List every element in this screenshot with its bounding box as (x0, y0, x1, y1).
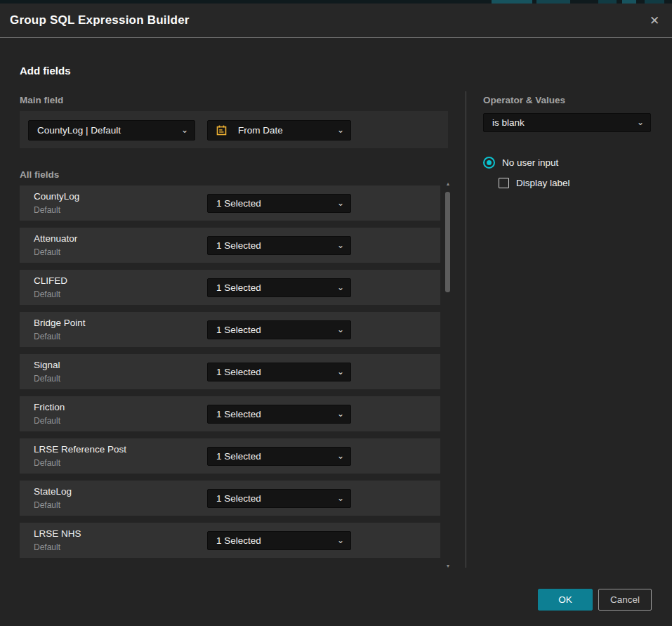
chevron-down-icon: ⌄ (637, 118, 644, 126)
field-row-friction: Friction Default 1 Selected ⌄ (20, 396, 440, 431)
scroll-up-icon[interactable]: ▴ (444, 181, 452, 187)
field-subtitle: Default (34, 416, 60, 426)
operator-value: is blank (492, 117, 525, 128)
selected-count: 1 Selected (216, 198, 261, 209)
display-label-checkbox[interactable]: Display label (499, 178, 570, 188)
add-fields-heading: Add fields (20, 65, 71, 77)
chevron-down-icon: ⌄ (337, 452, 344, 460)
selected-count: 1 Selected (216, 451, 261, 462)
field-selected-dropdown[interactable]: 1 Selected ⌄ (207, 531, 351, 550)
field-subtitle: Default (34, 205, 60, 215)
field-selected-dropdown[interactable]: 1 Selected ⌄ (207, 236, 351, 255)
field-subtitle: Default (34, 542, 60, 552)
field-name: Signal (34, 360, 60, 370)
scroll-down-icon[interactable]: ▾ (444, 563, 452, 569)
field-name: LRSE NHS (34, 528, 81, 539)
display-label-text: Display label (516, 178, 570, 188)
field-selected-dropdown[interactable]: 1 Selected ⌄ (207, 278, 351, 297)
main-field-field-select[interactable]: From Date ⌄ (207, 120, 351, 141)
field-row-clifed: CLIFED Default 1 Selected ⌄ (20, 270, 440, 305)
chevron-down-icon: ⌄ (337, 536, 344, 545)
field-name: CLIFED (34, 275, 67, 286)
selected-count: 1 Selected (216, 493, 261, 504)
field-selected-dropdown[interactable]: 1 Selected ⌄ (207, 320, 351, 339)
no-user-input-radio[interactable]: No user input (483, 157, 558, 169)
field-row-lrse-reference-post: LRSE Reference Post Default 1 Selected ⌄ (20, 438, 440, 474)
selected-count: 1 Selected (216, 240, 261, 251)
main-field-field-value: From Date (238, 125, 283, 136)
field-row-signal: Signal Default 1 Selected ⌄ (20, 354, 440, 389)
field-name: Attenuator (34, 233, 77, 244)
field-selected-dropdown[interactable]: 1 Selected ⌄ (207, 363, 351, 382)
main-field-layer-select[interactable]: CountyLog | Default ⌄ (28, 120, 195, 141)
field-row-statelog: StateLog Default 1 Selected ⌄ (20, 481, 440, 516)
selected-count: 1 Selected (216, 409, 261, 419)
main-field-layer-value: CountyLog | Default (37, 125, 121, 136)
selected-count: 1 Selected (216, 325, 261, 335)
calendar-date-icon (216, 125, 227, 136)
field-selected-dropdown[interactable]: 1 Selected ⌄ (207, 447, 351, 466)
panel-divider (466, 91, 466, 568)
dialog-header: Group SQL Expression Builder ✕ (0, 4, 672, 38)
selected-count: 1 Selected (216, 282, 261, 293)
field-subtitle: Default (34, 289, 60, 299)
field-row-lrse-nhs: LRSE NHS Default 1 Selected ⌄ (20, 523, 440, 558)
field-name: StateLog (34, 486, 72, 497)
chevron-down-icon: ⌄ (337, 410, 344, 418)
dialog-title: Group SQL Expression Builder (10, 13, 190, 27)
selected-count: 1 Selected (216, 367, 261, 377)
chevron-down-icon: ⌄ (337, 126, 344, 134)
field-name: CountyLog (34, 191, 79, 202)
field-selected-dropdown[interactable]: 1 Selected ⌄ (207, 405, 351, 424)
scrollbar-thumb[interactable] (445, 192, 450, 292)
operator-values-heading: Operator & Values (483, 95, 565, 105)
close-icon[interactable]: ✕ (645, 11, 664, 30)
field-subtitle: Default (34, 374, 60, 384)
chevron-down-icon: ⌄ (337, 241, 344, 249)
chevron-down-icon: ⌄ (337, 325, 344, 334)
all-fields-label: All fields (20, 169, 59, 180)
field-subtitle: Default (34, 500, 60, 510)
chevron-down-icon: ⌄ (181, 126, 188, 134)
group-sql-expression-builder-dialog: Group SQL Expression Builder ✕ Add field… (0, 4, 672, 626)
field-subtitle: Default (34, 247, 60, 257)
chevron-down-icon: ⌄ (337, 283, 344, 292)
field-row-countylog: CountyLog Default 1 Selected ⌄ (20, 185, 440, 221)
main-field-panel: CountyLog | Default ⌄ From Date ⌄ (20, 111, 448, 148)
field-row-bridge-point: Bridge Point Default 1 Selected ⌄ (20, 312, 440, 347)
chevron-down-icon: ⌄ (337, 494, 344, 502)
no-user-input-label: No user input (502, 157, 558, 168)
selected-count: 1 Selected (216, 535, 261, 546)
operator-dropdown[interactable]: is blank ⌄ (483, 113, 651, 132)
field-selected-dropdown[interactable]: 1 Selected ⌄ (207, 489, 351, 508)
ok-button[interactable]: OK (538, 589, 593, 611)
all-fields-scrollbar[interactable]: ▴ ▾ (444, 181, 452, 569)
field-subtitle: Default (34, 332, 60, 341)
chevron-down-icon: ⌄ (337, 199, 344, 207)
field-row-attenuator: Attenuator Default 1 Selected ⌄ (20, 228, 440, 263)
field-name: Friction (34, 402, 65, 412)
checkbox-unchecked-icon (499, 178, 509, 188)
field-name: LRSE Reference Post (34, 444, 126, 455)
field-name: Bridge Point (34, 318, 86, 328)
cancel-button[interactable]: Cancel (598, 589, 652, 611)
field-subtitle: Default (34, 458, 60, 468)
radio-selected-icon (483, 157, 495, 169)
field-selected-dropdown[interactable]: 1 Selected ⌄ (207, 194, 351, 213)
chevron-down-icon: ⌄ (337, 367, 344, 376)
main-field-label: Main field (20, 95, 63, 105)
